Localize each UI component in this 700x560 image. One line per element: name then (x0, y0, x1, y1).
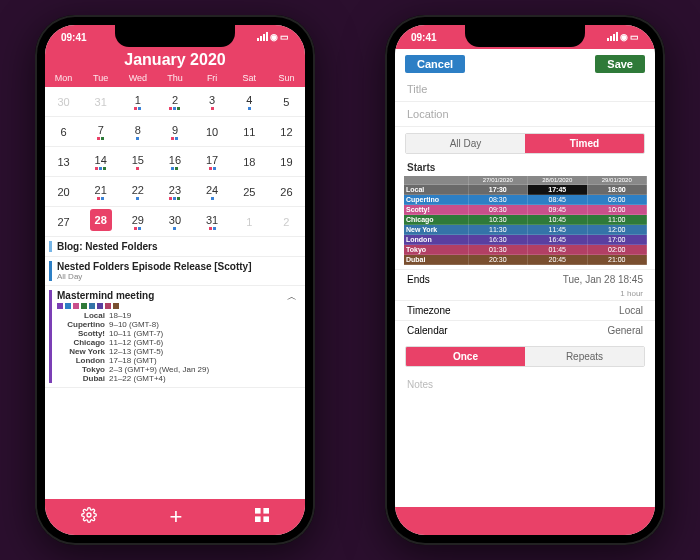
timezone-row: Cupertino9–10 (GMT-8) (57, 320, 297, 329)
svg-rect-3 (255, 516, 261, 522)
svg-rect-4 (263, 516, 269, 522)
phone-calendar: 09:41 ◉ ▭ January 2020 MonTueWedThuFriSa… (35, 15, 315, 545)
segment-allday[interactable]: All Day (406, 134, 525, 153)
timezone-label: Timezone (407, 305, 451, 316)
weekday-cell: Tue (82, 73, 119, 83)
weekday-cell: Sat (231, 73, 268, 83)
location-input[interactable]: Location (395, 102, 655, 127)
day-cell[interactable]: 25 (231, 177, 268, 207)
battery-icon: ▭ (630, 32, 639, 42)
day-cell[interactable]: 19 (268, 147, 305, 177)
day-cell[interactable]: 30 (156, 207, 193, 237)
day-cell[interactable]: 29 (119, 207, 156, 237)
timezone-row[interactable]: Timezone Local (395, 300, 655, 320)
add-icon[interactable]: + (170, 504, 183, 530)
timezone-color-dots (57, 303, 297, 309)
ends-row[interactable]: Ends Tue, Jan 28 18:45 (395, 269, 655, 289)
event-list: Blog: Nested FoldersNested Folders Episo… (45, 237, 305, 499)
day-cell[interactable]: 2 (268, 207, 305, 237)
day-cell[interactable]: 31 (194, 207, 231, 237)
day-cell[interactable]: 1 (231, 207, 268, 237)
day-cell[interactable]: 4 (231, 87, 268, 117)
day-cell[interactable]: 11 (231, 117, 268, 147)
day-cell[interactable]: 12 (268, 117, 305, 147)
svg-point-0 (87, 513, 91, 517)
timezone-row: Scotty!10–11 (GMT-7) (57, 329, 297, 338)
event-item[interactable]: Nested Folders Episode Release [Scotty]A… (45, 257, 305, 286)
start-time-grid[interactable]: 27/01/202028/01/202029/01/2020Local17:30… (403, 175, 647, 265)
duration-label: 1 hour (395, 289, 655, 300)
weekday-cell: Sun (268, 73, 305, 83)
weekday-cell: Thu (156, 73, 193, 83)
bottom-toolbar: + (45, 499, 305, 535)
starts-label: Starts (395, 160, 655, 173)
weekday-cell: Fri (194, 73, 231, 83)
recurrence-segment[interactable]: Once Repeats (405, 346, 645, 367)
cancel-button[interactable]: Cancel (405, 55, 465, 73)
day-cell[interactable]: 26 (268, 177, 305, 207)
cellular-icon (256, 32, 268, 43)
day-cell[interactable]: 24 (194, 177, 231, 207)
home-indicator[interactable] (480, 538, 570, 542)
timezone-row: Tokyo2–3 (GMT+9) (Wed, Jan 29) (57, 365, 297, 374)
day-cell[interactable]: 22 (119, 177, 156, 207)
day-cell[interactable]: 5 (268, 87, 305, 117)
day-cell[interactable]: 7 (82, 117, 119, 147)
day-cell[interactable]: 17 (194, 147, 231, 177)
notes-input[interactable]: Notes (395, 373, 655, 396)
day-cell[interactable]: 28 (82, 207, 119, 237)
weekday-cell: Wed (119, 73, 156, 83)
calendar-label: Calendar (407, 325, 448, 336)
bottom-bar (395, 507, 655, 535)
event-title: Nested Folders Episode Release [Scotty] (57, 261, 297, 272)
day-cell[interactable]: 18 (231, 147, 268, 177)
timezone-row: London17–18 (GMT) (57, 356, 297, 365)
event-title: Blog: Nested Folders (57, 241, 297, 252)
day-cell[interactable]: 1 (119, 87, 156, 117)
segment-once[interactable]: Once (406, 347, 525, 366)
wifi-icon: ◉ (620, 32, 628, 42)
day-cell[interactable]: 10 (194, 117, 231, 147)
day-cell[interactable]: 20 (45, 177, 82, 207)
day-cell[interactable]: 23 (156, 177, 193, 207)
day-cell[interactable]: 21 (82, 177, 119, 207)
settings-icon[interactable] (81, 507, 97, 527)
phone-event-editor: 09:41 ◉ ▭ Cancel Save Title Location All… (385, 15, 665, 545)
collapse-icon[interactable]: ︿ (287, 290, 297, 304)
timezone-row: Local18–19 (57, 311, 297, 320)
ends-label: Ends (407, 274, 430, 285)
allday-timed-segment[interactable]: All Day Timed (405, 133, 645, 154)
segment-repeats[interactable]: Repeats (525, 347, 644, 366)
event-subtitle: All Day (57, 272, 297, 281)
day-cell[interactable]: 13 (45, 147, 82, 177)
segment-timed[interactable]: Timed (525, 134, 644, 153)
day-cell[interactable]: 8 (119, 117, 156, 147)
day-cell[interactable]: 6 (45, 117, 82, 147)
day-cell[interactable]: 2 (156, 87, 193, 117)
timezone-row: Dubai21–22 (GMT+4) (57, 374, 297, 383)
event-mastermind[interactable]: ︿ Mastermind meeting Local18–19Cupertino… (45, 286, 305, 388)
editor-screen: 09:41 ◉ ▭ Cancel Save Title Location All… (395, 25, 655, 535)
event-item[interactable]: Blog: Nested Folders (45, 237, 305, 257)
calendar-grid[interactable]: 3031123456789101112131415161718192021222… (45, 87, 305, 237)
home-indicator[interactable] (130, 538, 220, 542)
day-cell[interactable]: 16 (156, 147, 193, 177)
title-input[interactable]: Title (395, 77, 655, 102)
day-cell[interactable]: 30 (45, 87, 82, 117)
month-title[interactable]: January 2020 (45, 49, 305, 73)
calendar-screen: 09:41 ◉ ▭ January 2020 MonTueWedThuFriSa… (45, 25, 305, 535)
day-cell[interactable]: 9 (156, 117, 193, 147)
status-time: 09:41 (61, 32, 121, 43)
wifi-icon: ◉ (270, 32, 278, 42)
day-cell[interactable]: 27 (45, 207, 82, 237)
save-button[interactable]: Save (595, 55, 645, 73)
day-cell[interactable]: 3 (194, 87, 231, 117)
weekday-header: MonTueWedThuFriSatSun (45, 73, 305, 87)
day-cell[interactable]: 31 (82, 87, 119, 117)
view-grid-icon[interactable] (255, 508, 269, 526)
day-cell[interactable]: 14 (82, 147, 119, 177)
calendar-row[interactable]: Calendar General (395, 320, 655, 340)
day-cell[interactable]: 15 (119, 147, 156, 177)
event-title: Mastermind meeting (57, 290, 297, 301)
cellular-icon (606, 32, 618, 43)
